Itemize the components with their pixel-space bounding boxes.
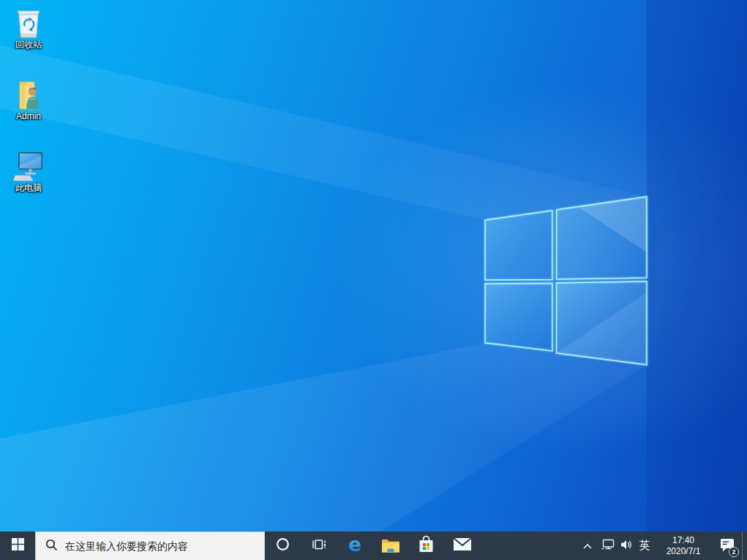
file-explorer-icon — [381, 537, 400, 556]
microsoft-store-icon — [418, 534, 435, 557]
taskbar-button-cortana[interactable] — [265, 531, 301, 560]
taskbar-button-file-explorer[interactable] — [372, 531, 408, 560]
taskbar-button-edge[interactable]: e — [337, 531, 372, 560]
wired-network-icon — [601, 539, 615, 553]
task-view-icon — [311, 537, 327, 556]
ime-language-label: 英 — [639, 539, 650, 553]
volume-tray-button[interactable] — [617, 531, 635, 560]
taskbar-button-task-view[interactable] — [301, 531, 337, 560]
taskbar-search-box[interactable] — [35, 531, 265, 560]
desktop-icon-recycle-bin[interactable]: 回收站 — [4, 6, 53, 50]
show-desktop-button[interactable] — [742, 531, 747, 560]
clock-date: 2020/7/1 — [667, 546, 701, 557]
desktop-icon-label: 回收站 — [15, 40, 42, 50]
windows-logo-wallpaper — [0, 0, 747, 531]
ime-indicator[interactable]: 英 — [635, 531, 654, 560]
desktop-icon-admin[interactable]: Admin — [4, 77, 53, 121]
search-icon — [45, 539, 58, 554]
action-center-button[interactable]: 2 — [713, 531, 742, 560]
show-hidden-icons-button[interactable] — [577, 531, 598, 560]
this-pc-icon — [12, 149, 45, 183]
desktop-icon-this-pc[interactable]: 此电脑 — [4, 149, 53, 193]
desktop-icon-label: Admin — [16, 112, 41, 121]
taskbar-button-microsoft-store[interactable] — [408, 531, 444, 560]
windows-start-icon — [12, 538, 24, 553]
clock-time: 17:40 — [672, 535, 694, 546]
chevron-up-icon — [582, 540, 593, 553]
cortana-icon — [276, 537, 290, 554]
taskbar-button-mail[interactable] — [444, 531, 480, 560]
desktop-icon-label: 此电脑 — [15, 183, 42, 193]
start-button[interactable] — [0, 531, 35, 560]
network-tray-button[interactable] — [598, 531, 617, 560]
svg-text:e: e — [348, 534, 361, 555]
taskbar-empty-area — [480, 531, 577, 560]
recycle-bin-icon — [12, 6, 45, 39]
taskbar-clock[interactable]: 17:40 2020/7/1 — [654, 531, 713, 560]
windows-desktop: 回收站 Admin — [0, 0, 747, 560]
system-tray: 英 17:40 2020/7/1 2 — [577, 531, 747, 560]
edge-icon: e — [345, 534, 365, 558]
admin-user-folder-icon — [12, 77, 45, 111]
search-input[interactable] — [65, 540, 241, 552]
taskbar: e — [0, 531, 747, 560]
mail-icon — [453, 537, 472, 554]
notification-badge: 2 — [729, 547, 739, 557]
speaker-icon — [620, 540, 632, 553]
